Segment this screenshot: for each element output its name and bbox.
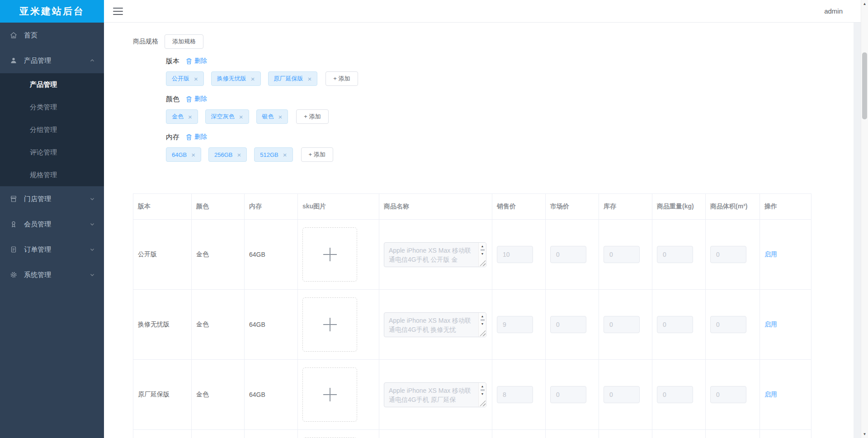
sku-image-upload[interactable] [302,367,357,422]
sidebar-item-label: 首页 [24,31,38,40]
add-spec-button[interactable]: 添加规格 [165,34,203,49]
spec-tag: 公开版 × [166,71,204,86]
sidebar-item-member-management[interactable]: 会员管理 [0,212,104,237]
col-header-weight: 商品重量(kg) [652,194,706,220]
scroll-up-icon[interactable]: ▲ [481,314,484,318]
volume-input[interactable] [710,386,746,403]
add-tag-button[interactable]: + 添加 [301,147,333,162]
add-tag-button[interactable]: + 添加 [296,109,328,124]
enable-link[interactable]: 启用 [764,320,777,328]
resize-grip-icon[interactable] [480,260,486,266]
sidebar-subitem-product-management[interactable]: 产品管理 [0,73,104,96]
sidebar-item-system-management[interactable]: 系统管理 [0,262,104,287]
tag-label: 金色 [172,113,184,121]
close-icon[interactable]: × [251,75,255,82]
scroll-down-icon[interactable]: ▼ [481,392,484,396]
scroll-up-icon[interactable]: ▲ [481,384,484,388]
col-header-stock: 库存 [599,194,652,220]
market-price-input[interactable] [550,316,586,333]
weight-input[interactable] [657,246,693,263]
stock-input[interactable] [604,246,640,263]
weight-input[interactable] [657,386,693,403]
spec-group-name: 版本 [166,57,179,66]
stock-input[interactable] [604,386,640,403]
market-price-input[interactable] [550,246,586,263]
enable-link[interactable]: 启用 [764,250,777,258]
stock-input[interactable] [604,316,640,333]
tag-label: 银色 [262,113,274,121]
sidebar-item-store-management[interactable]: 门店管理 [0,186,104,212]
order-icon [9,245,18,254]
scrollbar-thumb[interactable] [862,52,867,119]
close-icon[interactable]: × [194,75,198,82]
spec-tag: 深空灰色 × [205,109,249,124]
sale-price-input[interactable] [497,386,533,403]
close-icon[interactable]: × [278,113,283,120]
page-scrollbar[interactable]: ▲ ▼ [861,0,868,438]
scroll-down-icon[interactable]: ▼ [481,252,484,256]
textarea-scrollbar[interactable]: ▲ ▼ [478,313,486,337]
volume-input[interactable] [710,246,746,263]
close-icon[interactable]: × [283,151,287,158]
table-header-row: 版本 颜色 内存 sku图片 商品名称 销售价 市场价 库存 商品重量(kg) … [133,194,811,220]
chevron-down-icon [90,221,95,227]
sku-image-upload[interactable] [302,297,357,352]
col-header-product-name: 商品名称 [379,194,492,220]
hamburger-menu-button[interactable] [113,7,123,15]
user-icon [9,56,18,65]
delete-spec-group-link[interactable]: 删除 [186,133,207,141]
close-icon[interactable]: × [237,151,241,158]
close-icon[interactable]: × [308,75,312,82]
product-name-textarea[interactable]: Apple iPhone XS Max 移动联通电信4G手机 公开版 金 ▲ ▼ [384,242,486,267]
close-icon[interactable]: × [188,113,192,120]
weight-input[interactable] [657,316,693,333]
cell-memory: 64GB [245,290,298,360]
market-price-input[interactable] [550,386,586,403]
sidebar-subitem-category-management[interactable]: 分类管理 [0,96,104,118]
tag-label: 原厂延保版 [274,75,303,83]
tag-label: 64GB [172,151,187,158]
submenu-item-label: 分组管理 [30,126,57,134]
close-icon[interactable]: × [239,113,243,120]
cell-memory: 64GB [245,360,298,430]
resize-grip-icon[interactable] [480,330,486,336]
scroll-down-icon[interactable]: ▼ [861,432,868,436]
sku-image-upload[interactable] [302,227,357,282]
sidebar-subitem-group-management[interactable]: 分组管理 [0,118,104,141]
spec-section-label: 商品规格 [133,38,158,46]
product-name-placeholder: Apple iPhone XS Max 移动联通电信4G手机 原厂延保 [384,383,478,407]
scroll-down-icon[interactable]: ▼ [481,322,484,326]
cell-color: 金色 [192,220,245,290]
sidebar-item-product-management[interactable]: 产品管理 [0,48,104,73]
close-icon[interactable]: × [191,151,195,158]
sidebar-item-home[interactable]: 首页 [0,23,104,48]
sidebar-subitem-spec-management[interactable]: 规格管理 [0,164,104,186]
tag-label: 256GB [214,151,232,158]
delete-spec-group-link[interactable]: 删除 [186,95,207,103]
plus-icon [323,248,337,261]
scroll-up-icon[interactable]: ▲ [481,244,484,248]
delete-spec-group-link[interactable]: 删除 [186,57,207,65]
resize-grip-icon[interactable] [480,400,486,406]
trash-icon [186,96,192,103]
table-row: 换修无忧版 金色 64GB Apple iPhone XS Max 移动联通电信… [133,290,811,360]
textarea-scrollbar[interactable]: ▲ ▼ [478,383,486,407]
add-tag-button[interactable]: + 添加 [326,71,358,86]
scrollbar-thumb[interactable] [481,249,485,251]
sale-price-input[interactable] [497,246,533,263]
product-name-textarea[interactable]: Apple iPhone XS Max 移动联通电信4G手机 换修无忧 ▲ ▼ [384,312,486,337]
scroll-up-icon[interactable]: ▲ [861,2,868,6]
sidebar-item-order-management[interactable]: 订单管理 [0,237,104,262]
textarea-scrollbar[interactable]: ▲ ▼ [478,243,486,267]
scrollbar-thumb[interactable] [481,319,485,321]
sale-price-input[interactable] [497,316,533,333]
enable-link[interactable]: 启用 [764,391,777,398]
volume-input[interactable] [710,316,746,333]
sidebar-subitem-comment-management[interactable]: 评论管理 [0,141,104,164]
user-name[interactable]: admin [824,7,843,15]
cell-version: 原厂延保版 [133,360,192,430]
product-name-textarea[interactable]: Apple iPhone XS Max 移动联通电信4G手机 原厂延保 ▲ ▼ [384,382,486,407]
submenu-item-label: 评论管理 [30,148,57,157]
col-header-color: 颜色 [192,194,245,220]
scrollbar-thumb[interactable] [481,389,485,391]
